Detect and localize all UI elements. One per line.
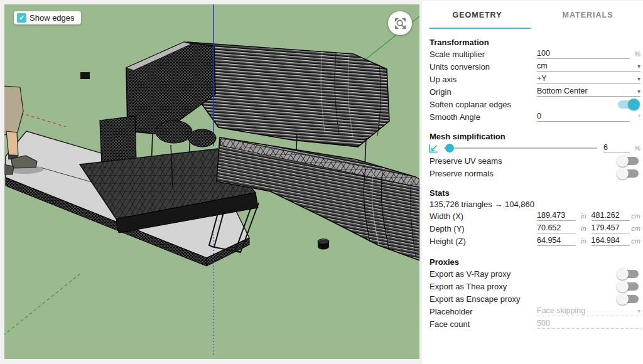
soften-coplanar-edges-label: Soften coplanar edges [430,100,537,109]
section-transformation-title: Transformation [422,36,643,48]
chevron-down-icon: ▾ [637,308,640,314]
zoom-extents-icon [394,17,407,30]
preserve-normals-label: Preserve normals [430,169,537,178]
viewport-3d[interactable]: ✓ Show edges [4,4,419,359]
tab-materials[interactable]: MATERIALS [532,1,643,29]
height-in-input[interactable]: 64.954 [537,236,576,246]
row-preserve-normals: Preserve normals [422,167,643,179]
show-edges-control[interactable]: ✓ Show edges [14,11,81,24]
simplification-unit: % [630,144,640,152]
enscape-proxy-toggle[interactable] [618,295,639,303]
preserve-uv-seams-label: Preserve UV seams [430,156,537,166]
thea-proxy-toggle[interactable] [618,282,639,291]
placeholder-select[interactable]: Face skipping ▾ [537,306,640,316]
row-height-z: Height (Z) 64.954 in 164.984 cm [422,235,643,247]
preserve-normals-toggle[interactable] [618,169,639,178]
height-cm-unit: cm [630,237,640,245]
triangle-count-stat: 135,726 triangles → 104,860 [422,198,643,210]
tab-geometry[interactable]: GEOMETRY [422,1,532,29]
section-mesh-simplification-title: Mesh simplification [422,131,643,142]
depth-cm-input[interactable]: 179.457 [592,223,630,233]
row-placeholder: Placeholder Face skipping ▾ [422,305,643,318]
width-cm-unit: cm [630,212,640,220]
height-in-unit: in [576,237,586,245]
person-calf [6,131,18,157]
height-cm-input[interactable]: 164.984 [592,236,630,246]
row-vray-proxy: Export as V-Ray proxy [422,267,643,280]
person-shoe-2 [4,164,14,174]
depth-y-label: Depth (Y) [430,224,537,233]
row-units-conversion: Units conversion cm ▾ [422,60,643,73]
up-axis-select[interactable]: +Y ▾ [537,74,640,84]
thea-proxy-label: Export as Thea proxy [430,282,537,291]
slider-thumb[interactable] [445,144,454,153]
active-tab-underline [430,28,531,29]
units-conversion-label: Units conversion [430,62,537,72]
decimation-curve-icon [428,143,439,154]
smooth-angle-label: Smooth Angle [430,112,537,122]
row-soften-coplanar-edges: Soften coplanar edges [422,98,643,110]
section-stats-title: Stats [422,187,643,198]
cylinder-object [318,239,329,250]
smooth-angle-unit: ° [630,113,640,120]
zoom-extents-button[interactable] [388,11,412,35]
width-in-unit: in [576,212,586,220]
scale-multiplier-label: Scale multiplier [430,50,537,59]
soften-coplanar-edges-toggle[interactable] [618,100,639,109]
small-box [80,72,90,79]
row-width-x: Width (X) 189.473 in 481.262 cm [422,210,643,222]
face-count-input[interactable]: 500 [537,319,640,329]
depth-in-input[interactable]: 70.652 [537,223,576,233]
tab-materials-label: MATERIALS [563,11,613,19]
row-up-axis: Up axis +Y ▾ [422,73,643,85]
chevron-down-icon: ▾ [637,63,640,70]
face-count-label: Face count [430,319,537,329]
depth-cm-unit: cm [630,225,640,232]
width-in-input[interactable]: 189.473 [537,211,576,221]
tab-geometry-label: GEOMETRY [452,11,502,19]
depth-in-unit: in [576,225,586,232]
width-x-label: Width (X) [430,211,537,221]
check-icon: ✓ [19,14,24,21]
vray-proxy-toggle[interactable] [618,270,639,278]
scale-multiplier-unit: % [630,50,640,58]
row-preserve-uv-seams: Preserve UV seams [422,154,643,167]
simplification-slider[interactable] [444,147,597,149]
row-origin: Origin Bottom Center ▾ [422,85,643,98]
row-thea-proxy: Export as Thea proxy [422,280,643,292]
origin-select[interactable]: Bottom Center ▾ [537,87,640,97]
smooth-angle-input[interactable]: 0 [537,112,630,122]
chevron-down-icon: ▾ [637,76,640,82]
show-edges-label: Show edges [30,13,75,23]
row-smooth-angle: Smooth Angle 0 ° [422,110,643,123]
row-simplification-slider: 6 % [422,142,643,154]
scene-canvas [4,4,419,359]
chevron-down-icon: ▾ [637,88,640,95]
height-z-label: Height (Z) [430,237,537,246]
vray-proxy-label: Export as V-Ray proxy [430,269,537,279]
up-axis-label: Up axis [430,75,537,84]
enscape-proxy-label: Export as Enscape proxy [430,294,537,304]
row-enscape-proxy: Export as Enscape proxy [422,292,643,305]
simplification-value-input[interactable]: 6 [603,143,630,153]
settings-panel: GEOMETRY MATERIALS Transformation Scale … [422,0,643,364]
origin-label: Origin [430,87,537,97]
units-conversion-select[interactable]: cm ▾ [537,62,640,72]
show-edges-checkbox[interactable]: ✓ [17,13,26,23]
preserve-uv-seams-toggle[interactable] [618,157,639,165]
panel-tabs: GEOMETRY MATERIALS [422,1,643,29]
width-cm-input[interactable]: 481.262 [592,211,630,221]
placeholder-label: Placeholder [430,307,537,316]
scale-multiplier-input[interactable]: 100 [537,49,630,59]
row-depth-y: Depth (Y) 70.652 in 179.457 cm [422,222,643,235]
row-face-count: Face count 500 [422,318,643,330]
section-proxies-title: Proxies [422,256,643,267]
row-scale-multiplier: Scale multiplier 100 % [422,48,643,60]
